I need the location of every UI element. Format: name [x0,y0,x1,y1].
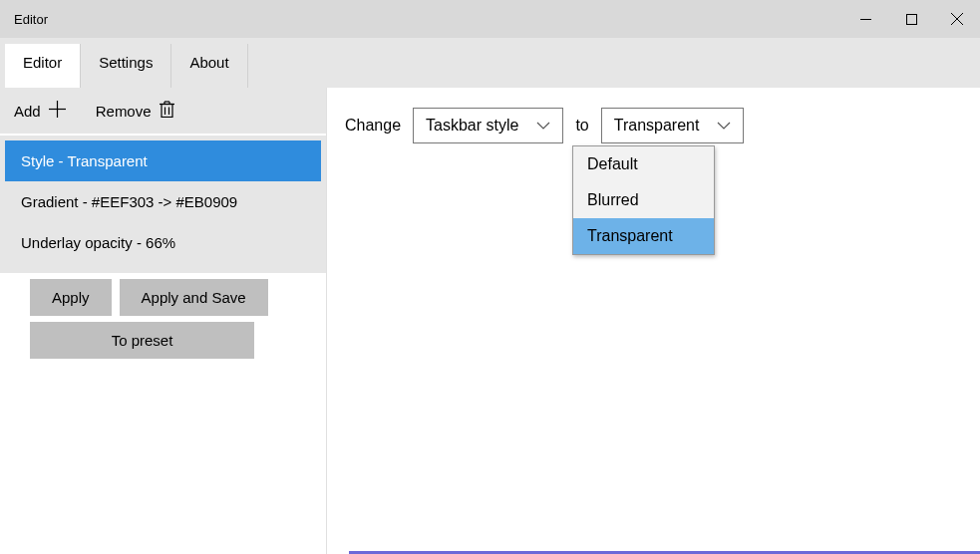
button-label: Apply [52,289,90,306]
button-label: Apply and Save [142,289,246,306]
option-label: Blurred [587,191,639,208]
apply-save-button[interactable]: Apply and Save [120,279,268,316]
rule-sentence: Change Taskbar style to Transparent [345,108,962,143]
apply-button[interactable]: Apply [30,279,112,316]
combo-value: Taskbar style [426,117,518,135]
add-label: Add [14,103,41,120]
tab-about[interactable]: About [171,44,247,88]
tab-label: About [189,54,228,71]
tab-label: Editor [23,54,62,71]
option-label: Transparent [587,227,673,244]
list-item-label: Style - Transparent [21,152,148,169]
change-label: Change [345,117,401,135]
list-toolbar: Add Remove [0,88,326,136]
add-button[interactable]: Add [14,101,66,121]
plus-icon [49,101,66,121]
to-preset-button[interactable]: To preset [30,322,254,359]
maximize-button[interactable] [888,0,934,38]
action-row-2: To preset [0,316,326,359]
dropdown-option[interactable]: Blurred [573,182,714,218]
tab-strip: Editor Settings About [0,38,980,88]
dropdown-option[interactable]: Transparent [573,218,714,254]
list-item-label: Gradient - #EEF303 -> #EB0909 [21,193,237,210]
list-item[interactable]: Style - Transparent [5,140,321,181]
combo-value: Transparent [614,117,700,135]
close-button[interactable] [934,0,980,38]
list-item[interactable]: Gradient - #EEF303 -> #EB0909 [5,181,321,222]
action-row-1: Apply Apply and Save [0,273,326,316]
title-bar: Editor [0,0,980,38]
rules-list: Style - Transparent Gradient - #EEF303 -… [0,136,326,273]
left-panel: Add Remove Style - Transparent Gradient … [0,88,327,554]
option-label: Default [587,155,638,172]
dropdown-option[interactable]: Default [573,146,714,182]
to-label: to [575,117,588,135]
list-item[interactable]: Underlay opacity - 66% [5,222,321,263]
content-area: Add Remove Style - Transparent Gradient … [0,88,980,554]
tab-editor[interactable]: Editor [5,44,81,88]
right-panel: Change Taskbar style to Transparent Defa… [327,88,980,554]
minimize-button[interactable] [842,0,888,38]
list-item-label: Underlay opacity - 66% [21,234,175,251]
tab-label: Settings [99,54,153,71]
value-dropdown: Default Blurred Transparent [572,145,715,255]
svg-rect-6 [162,105,172,118]
button-label: To preset [112,332,173,349]
svg-rect-1 [906,14,916,24]
remove-label: Remove [96,103,152,120]
property-combobox[interactable]: Taskbar style [413,108,563,143]
value-combobox[interactable]: Transparent [601,108,745,143]
trash-icon [160,101,174,121]
window-title: Editor [14,12,48,27]
remove-button[interactable]: Remove [96,101,174,121]
chevron-down-icon [536,122,550,130]
tab-settings[interactable]: Settings [81,44,171,88]
chevron-down-icon [717,122,731,130]
